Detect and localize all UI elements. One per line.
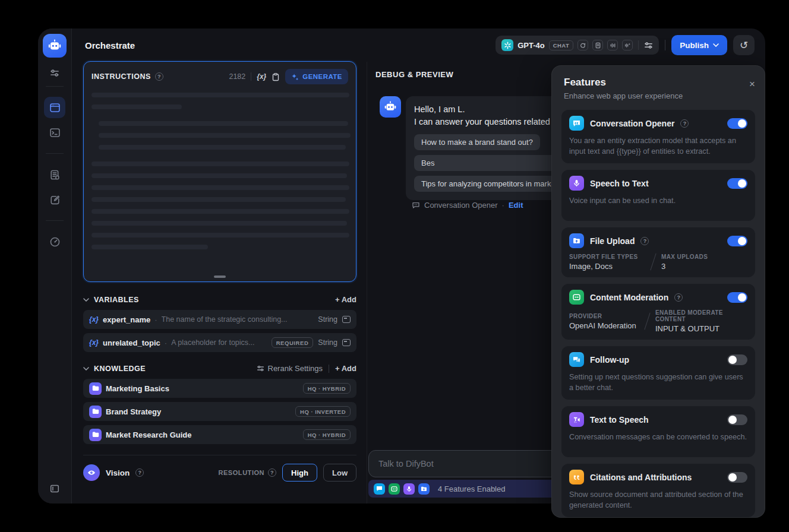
feature-toggle[interactable] — [727, 472, 747, 483]
model-name: GPT-4o — [517, 41, 545, 50]
config-column: INSTRUCTIONS ? 2182 {x} GENERATE — [83, 61, 356, 482]
content-moderation-icon — [569, 290, 584, 305]
features-panel-subtitle: Enhance web app user experience — [564, 91, 753, 100]
chevron-down-icon[interactable] — [83, 298, 89, 302]
file-upload-icon — [418, 483, 430, 495]
document-icon — [592, 40, 603, 50]
help-icon[interactable]: ? — [135, 468, 144, 477]
sidebar-item-monitoring[interactable] — [44, 231, 65, 252]
variable-name: expert_name — [103, 315, 150, 324]
close-icon[interactable]: × — [749, 79, 755, 89]
meta-value: INPUT & OUTPUT — [655, 324, 747, 333]
collapse-panel-icon[interactable] — [49, 483, 60, 494]
text-to-speech-icon — [569, 412, 584, 427]
sliders-icon[interactable] — [50, 68, 59, 78]
resolution-label: RESOLUTION ? — [218, 468, 276, 477]
knowledge-badge: HQ · HYBRID — [303, 383, 351, 394]
app-robot-icon[interactable] — [43, 34, 67, 58]
feature-card-conversation-opener: Conversation Opener ? You are an entity … — [561, 110, 755, 163]
meta-label: MAX UPLOADS — [661, 254, 708, 260]
input-field-icon[interactable] — [342, 339, 351, 346]
opener-row: Conversation Opener · Edit — [412, 201, 523, 210]
eye-icon — [83, 464, 100, 481]
generate-label: GENERATE — [302, 73, 342, 80]
audio-icon — [607, 40, 618, 50]
meta-divider — [644, 313, 650, 330]
folder-icon — [89, 406, 102, 418]
sidebar-item-logs[interactable] — [44, 164, 65, 185]
input-field-icon[interactable] — [342, 316, 351, 323]
openai-logo-icon — [501, 39, 513, 51]
sidebar-divider — [46, 153, 64, 154]
help-icon[interactable]: ? — [640, 237, 649, 245]
conversation-opener-icon — [374, 483, 385, 495]
history-icon: ↺ — [740, 39, 748, 52]
history-button[interactable]: ↺ — [733, 35, 755, 55]
add-variable-button[interactable]: + Add — [335, 295, 356, 304]
help-icon[interactable]: ? — [155, 72, 163, 81]
meta-value: Image, Docs — [569, 262, 645, 271]
knowledge-row[interactable]: Market Research Guide HQ · HYBRID — [83, 425, 356, 444]
publish-button[interactable]: Publish — [671, 35, 727, 55]
chevron-down-icon — [713, 43, 719, 47]
model-selector[interactable]: GPT-4o CHAT — [496, 36, 659, 55]
help-icon[interactable]: ? — [680, 119, 689, 128]
help-icon[interactable]: ? — [268, 468, 276, 477]
dot-separator: · — [165, 338, 167, 347]
sidebar-item-annotations[interactable] — [44, 189, 65, 210]
folder-icon — [89, 429, 102, 441]
variable-name: unrelated_topic — [103, 338, 160, 347]
copy-icon[interactable] — [272, 72, 280, 81]
sidebar-divider — [46, 220, 64, 221]
add-knowledge-button[interactable]: + Add — [335, 364, 356, 373]
sidebar-item-orchestrate[interactable] — [44, 97, 65, 118]
dot-separator: · — [154, 315, 157, 324]
feature-card-file-upload: File Upload ? SUPPORT FILE TYPES Image, … — [561, 227, 755, 277]
resolution-high-button[interactable]: High — [282, 464, 317, 482]
feature-card-speech-to-text: Speech to Text Voice input can be used i… — [561, 170, 755, 221]
page-title: Orchestrate — [85, 40, 135, 50]
rerank-settings-button[interactable]: Rerank Settings — [257, 364, 323, 373]
feature-toggle[interactable] — [727, 236, 747, 246]
variables-header: VARIABLES + Add — [83, 295, 356, 304]
generate-button[interactable]: GENERATE — [285, 69, 348, 84]
sidebar-item-api[interactable] — [44, 122, 65, 143]
model-params-icon[interactable] — [644, 41, 653, 50]
resize-handle[interactable] — [214, 276, 226, 278]
suggestion-chip[interactable]: Bes — [414, 155, 563, 171]
variable-row[interactable]: {x} unrelated_topic · A placeholder for … — [83, 333, 356, 352]
feature-toggle[interactable] — [727, 292, 747, 303]
knowledge-row[interactable]: Marketing Basics HQ · HYBRID — [83, 379, 356, 398]
feature-toggle[interactable] — [727, 118, 747, 129]
chat-bubble-icon — [412, 201, 420, 210]
knowledge-row[interactable]: Brand Strategy HQ · INVERTED — [83, 402, 356, 421]
meta-label: PROVIDER — [569, 313, 639, 319]
variable-row[interactable]: {x} expert_name · The name of the strate… — [83, 310, 356, 329]
edit-opener-link[interactable]: Edit — [509, 201, 523, 210]
chevron-down-icon[interactable] — [83, 367, 89, 370]
dot-separator: · — [502, 201, 504, 210]
meta-divider — [650, 254, 656, 271]
opener-label: Conversation Opener — [424, 201, 498, 210]
feature-desc: Voice input can be used in chat. — [569, 195, 747, 206]
knowledge-title: KNOWLEDGE — [94, 365, 146, 373]
knowledge-badge: HQ · INVERTED — [295, 406, 351, 417]
instructions-panel[interactable]: INSTRUCTIONS ? 2182 {x} GENERATE — [83, 61, 356, 282]
feature-toggle[interactable] — [727, 178, 747, 189]
variable-type: String — [318, 315, 337, 324]
help-icon[interactable]: ? — [674, 293, 683, 302]
feature-toggle[interactable] — [727, 414, 747, 425]
features-enabled-label: 4 Features Enabled — [438, 484, 505, 493]
feature-toggle[interactable] — [727, 354, 747, 365]
knowledge-name: Brand Strategy — [106, 407, 161, 416]
feature-name: Follow-up — [590, 355, 629, 365]
conversation-opener-icon — [569, 116, 584, 131]
suggestion-chip[interactable]: How to make a brand stand out? — [414, 134, 540, 150]
knowledge-name: Marketing Basics — [106, 384, 169, 393]
feature-name: Conversation Opener — [590, 119, 674, 128]
variable-insert-icon[interactable]: {x} — [257, 72, 266, 81]
divider — [251, 72, 251, 81]
resolution-low-button[interactable]: Low — [323, 464, 356, 482]
meta-value: 3 — [661, 262, 708, 271]
microphone-icon — [403, 483, 415, 495]
